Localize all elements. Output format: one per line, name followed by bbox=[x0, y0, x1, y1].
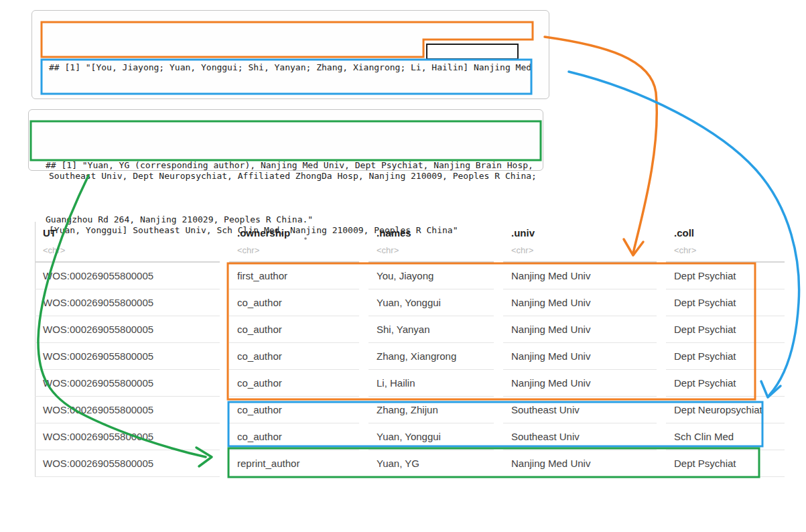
cell-name: Yuan, Yonggui bbox=[368, 289, 494, 316]
table-body: WOS:000269055800005first_authorYou, Jiay… bbox=[35, 263, 794, 477]
cell-coll: Dept Psychiat bbox=[666, 289, 785, 316]
column-header-coll: .coll <chr> bbox=[666, 223, 785, 263]
cell-ut: WOS:000269055800005 bbox=[35, 289, 220, 316]
console-output-reprint-address: ## [1] "Yuan, YG (corresponding author),… bbox=[28, 109, 543, 171]
table-row: WOS:000269055800005first_authorYou, Jiay… bbox=[35, 263, 794, 289]
column-type: <chr> bbox=[237, 239, 359, 255]
cell-name: Yuan, YG bbox=[368, 450, 494, 477]
table-row: WOS:000269055800005co_authorZhang, Xiang… bbox=[35, 343, 794, 370]
column-label: UT bbox=[43, 226, 220, 239]
table-row: WOS:000269055800005reprint_authorYuan, Y… bbox=[35, 450, 794, 477]
cell-name: Yuan, Yonggui bbox=[368, 423, 494, 450]
cell-ownership: co_author bbox=[229, 289, 359, 316]
cell-ut: WOS:000269055800005 bbox=[35, 343, 220, 370]
cell-coll: Dept Psychiat bbox=[666, 343, 785, 370]
cell-ownership: co_author bbox=[229, 397, 359, 423]
column-type: <chr> bbox=[511, 239, 657, 255]
table-row: WOS:000269055800005co_authorShi, YanyanN… bbox=[35, 316, 794, 343]
cell-ownership: co_author bbox=[229, 370, 359, 397]
authors-table: UT <chr> .ownership <chr> .names <chr> .… bbox=[35, 223, 794, 477]
cell-univ: Southeast Univ bbox=[503, 397, 657, 423]
cell-name: Li, Hailin bbox=[368, 370, 494, 397]
cell-univ: Southeast Univ bbox=[503, 423, 657, 450]
cell-name: Zhang, Zhijun bbox=[368, 397, 494, 423]
cell-name: Zhang, Xiangrong bbox=[368, 343, 494, 370]
column-header-names: .names <chr> bbox=[368, 223, 494, 263]
cell-coll: Dept Psychiat bbox=[666, 316, 785, 343]
table-header-row: UT <chr> .ownership <chr> .names <chr> .… bbox=[35, 223, 794, 263]
cell-name: You, Jiayong bbox=[368, 263, 494, 289]
cell-name: Shi, Yanyan bbox=[368, 316, 494, 343]
cell-ownership: co_author bbox=[229, 343, 359, 370]
cell-univ: Nanjing Med Univ bbox=[503, 343, 657, 370]
table-row: WOS:000269055800005co_authorYuan, Yonggu… bbox=[35, 423, 794, 450]
column-label: .coll bbox=[674, 226, 785, 239]
cell-coll: Dept Psychiat bbox=[666, 450, 785, 477]
cell-ut: WOS:000269055800005 bbox=[35, 263, 220, 289]
table-row: WOS:000269055800005co_authorLi, HailinNa… bbox=[35, 370, 794, 397]
column-type: <chr> bbox=[43, 239, 220, 255]
cell-univ: Nanjing Med Univ bbox=[503, 316, 657, 343]
orange-arrow bbox=[545, 37, 657, 253]
column-header-univ: .univ <chr> bbox=[503, 223, 657, 263]
cell-coll: Sch Clin Med bbox=[666, 423, 785, 450]
column-label: .ownership bbox=[237, 226, 359, 239]
cell-ownership: reprint_author bbox=[229, 450, 359, 477]
table-row: WOS:000269055800005co_authorYuan, Yonggu… bbox=[35, 289, 794, 316]
column-label: .univ bbox=[511, 226, 657, 239]
column-type: <chr> bbox=[674, 239, 785, 255]
cell-ut: WOS:000269055800005 bbox=[35, 423, 220, 450]
cell-ut: WOS:000269055800005 bbox=[35, 316, 220, 343]
column-label: .names bbox=[377, 226, 494, 239]
column-header-ut: UT <chr> bbox=[35, 223, 220, 263]
page: { "console_blocks": [ { "lines": [ "## [… bbox=[0, 0, 806, 532]
cell-ownership: co_author bbox=[229, 316, 359, 343]
cell-ut: WOS:000269055800005 bbox=[35, 450, 220, 477]
console-line: ## [1] "[You, Jiayong; Yuan, Yonggui; Sh… bbox=[49, 58, 549, 76]
cell-coll: Dept Psychiat bbox=[666, 370, 785, 397]
cell-coll: Dept Psychiat bbox=[666, 263, 785, 289]
table-row: WOS:000269055800005co_authorZhang, Zhiju… bbox=[35, 397, 794, 423]
cell-ut: WOS:000269055800005 bbox=[35, 370, 220, 397]
cell-univ: Nanjing Med Univ bbox=[503, 370, 657, 397]
cell-univ: Nanjing Med Univ bbox=[503, 289, 657, 316]
cell-univ: Nanjing Med Univ bbox=[503, 450, 657, 477]
cell-univ: Nanjing Med Univ bbox=[503, 263, 657, 289]
console-line: ## [1] "Yuan, YG (corresponding author),… bbox=[46, 156, 543, 174]
cell-ownership: first_author bbox=[229, 263, 359, 289]
console-output-affiliations: ## [1] "[You, Jiayong; Yuan, Yonggui; Sh… bbox=[31, 10, 549, 99]
cell-coll: Dept Neuropsychiat bbox=[666, 397, 785, 423]
cell-ownership: co_author bbox=[229, 423, 359, 450]
column-type: <chr> bbox=[377, 239, 494, 255]
cell-ut: WOS:000269055800005 bbox=[35, 397, 220, 423]
column-header-ownership: .ownership <chr> bbox=[229, 223, 359, 263]
